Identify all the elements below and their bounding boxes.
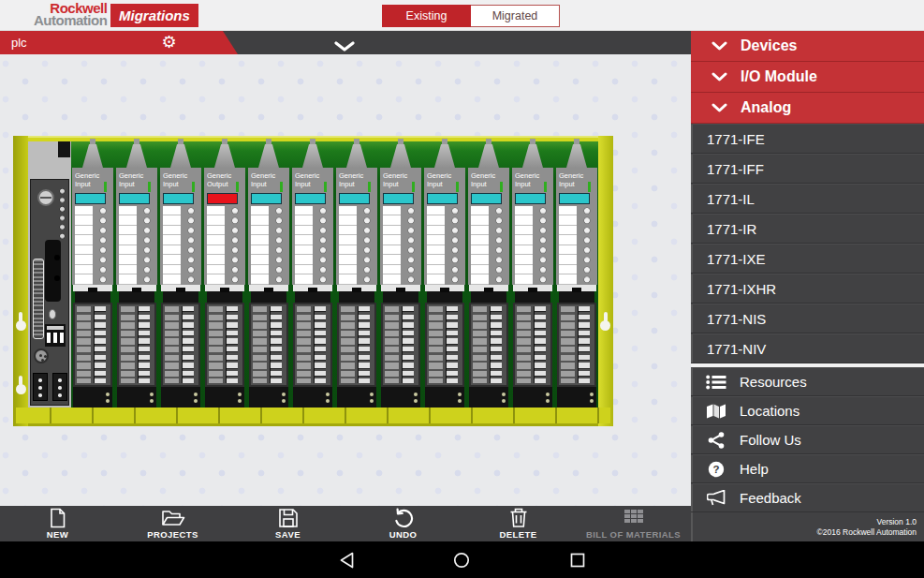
rack-module[interactable]: GenericInput bbox=[72, 141, 113, 408]
plc-rack[interactable]: GenericInput GenericInput GenericInput bbox=[13, 136, 613, 426]
save-button[interactable]: SAVE bbox=[230, 506, 345, 541]
svg-text:?: ? bbox=[712, 464, 719, 475]
module-label: GenericInput bbox=[160, 168, 201, 192]
module-led-block bbox=[292, 206, 333, 285]
rack-module[interactable]: GenericOutput bbox=[204, 141, 245, 408]
module-handle bbox=[160, 141, 201, 168]
rack-controller-module[interactable] bbox=[28, 141, 71, 408]
menu-item-locations[interactable]: Locations bbox=[691, 396, 924, 425]
power-plug bbox=[33, 373, 48, 401]
copyright-label: ©2016 Rockwell Automation bbox=[691, 527, 917, 538]
map-icon bbox=[704, 404, 728, 419]
module-clip bbox=[163, 291, 198, 303]
module-indicator bbox=[468, 192, 509, 206]
chevron-down-icon[interactable] bbox=[333, 38, 356, 55]
module-status-tick bbox=[500, 182, 503, 192]
catalog-item-1771-ixhr[interactable]: 1771-IXHR bbox=[691, 274, 924, 304]
rack-module[interactable]: GenericInput bbox=[380, 141, 421, 408]
new-file-icon bbox=[48, 508, 67, 528]
module-terminal-block bbox=[469, 303, 508, 387]
rack-module[interactable]: GenericInput bbox=[248, 141, 289, 408]
module-led-block bbox=[160, 206, 201, 285]
catalog-item-1771-il[interactable]: 1771-IL bbox=[691, 184, 924, 214]
catalog-item-1771-iff[interactable]: 1771-IFF bbox=[691, 154, 924, 184]
catalog-item-1771-nis[interactable]: 1771-NIS bbox=[691, 304, 924, 333]
module-handle bbox=[512, 141, 553, 168]
module-terminal-block bbox=[293, 303, 332, 387]
rack-module[interactable]: GenericInput bbox=[468, 141, 509, 408]
catalog-item-1771-ife[interactable]: 1771-IFE bbox=[691, 124, 924, 154]
rack-modules: GenericInput GenericInput GenericInput bbox=[71, 141, 598, 408]
accordion-devices[interactable]: Devices bbox=[691, 31, 924, 62]
rack-module[interactable]: GenericInput bbox=[424, 141, 465, 408]
module-terminal-block bbox=[513, 303, 552, 387]
rack-bottom-rail bbox=[16, 408, 610, 423]
home-button[interactable] bbox=[451, 550, 472, 571]
module-clip bbox=[207, 291, 242, 303]
rack-module[interactable]: GenericInput bbox=[512, 141, 553, 408]
save-icon bbox=[278, 508, 299, 528]
rotary-knob bbox=[37, 189, 54, 206]
module-status-tick bbox=[280, 182, 283, 192]
menu-item-help[interactable]: ? Help bbox=[691, 454, 924, 483]
module-led-block bbox=[380, 206, 421, 285]
menu-item-resources[interactable]: Resources bbox=[691, 367, 924, 396]
module-indicator bbox=[116, 192, 157, 206]
undo-button[interactable]: UNDO bbox=[345, 506, 461, 541]
module-terminal-block bbox=[337, 303, 376, 387]
controller-led-column bbox=[59, 187, 66, 242]
module-status-tick bbox=[148, 182, 151, 192]
module-terminal-block bbox=[205, 303, 244, 387]
projects-button[interactable]: PROJECTS bbox=[115, 506, 230, 541]
module-clip bbox=[559, 291, 594, 303]
gear-icon[interactable]: ⚙ bbox=[157, 31, 181, 54]
module-status-tick bbox=[456, 182, 459, 192]
rack-module[interactable]: GenericInput bbox=[116, 141, 157, 408]
bill-of-materials-button: BILL OF MATERIALS bbox=[576, 506, 691, 541]
module-status-tick bbox=[236, 182, 239, 192]
rack-backplane: GenericInput GenericInput GenericInput bbox=[28, 141, 598, 408]
module-label: GenericInput bbox=[116, 168, 157, 192]
rack-module[interactable]: GenericInput bbox=[160, 141, 201, 408]
module-indicator bbox=[556, 192, 597, 206]
module-led-block bbox=[248, 206, 289, 285]
new-button[interactable]: NEW bbox=[0, 506, 115, 541]
grid-table-icon bbox=[623, 508, 644, 528]
chevron-down-icon bbox=[711, 41, 727, 51]
module-status-tick bbox=[368, 182, 371, 192]
module-label: GenericInput bbox=[512, 168, 553, 192]
din-connector bbox=[34, 348, 49, 363]
catalog-item-1771-ixe[interactable]: 1771-IXE bbox=[691, 244, 924, 274]
module-label: GenericInput bbox=[556, 168, 597, 192]
migrated-tab[interactable]: Migrated bbox=[471, 5, 560, 27]
rack-module[interactable]: GenericInput bbox=[292, 141, 333, 408]
design-canvas[interactable]: GenericInput GenericInput GenericInput bbox=[0, 54, 691, 506]
catalog-item-1771-ir[interactable]: 1771-IR bbox=[691, 214, 924, 244]
module-indicator bbox=[336, 192, 377, 206]
existing-tab[interactable]: Existing bbox=[382, 5, 471, 27]
module-led-block bbox=[116, 206, 157, 285]
mounting-keyhole bbox=[16, 312, 26, 333]
plc-tab[interactable]: plc ⚙ bbox=[0, 31, 238, 54]
module-terminal-block bbox=[249, 303, 288, 387]
menu-item-follow-us[interactable]: Follow Us bbox=[691, 425, 924, 454]
delete-button[interactable]: DELETE bbox=[461, 506, 576, 541]
module-clip bbox=[383, 291, 418, 303]
module-clip bbox=[75, 291, 110, 303]
rack-module[interactable]: GenericInput bbox=[336, 141, 377, 408]
menu-item-feedback[interactable]: Feedback bbox=[691, 483, 924, 512]
accordion-io-module[interactable]: I/O Module bbox=[691, 62, 924, 93]
recents-button[interactable] bbox=[567, 550, 588, 571]
back-button[interactable] bbox=[336, 550, 357, 571]
module-terminal-block bbox=[73, 303, 112, 387]
rack-module[interactable]: GenericInput bbox=[556, 141, 597, 408]
version-info: Version 1.0 ©2016 Rockwell Automation bbox=[691, 512, 924, 541]
module-terminal-block bbox=[161, 303, 200, 387]
accordion-analog[interactable]: Analog bbox=[691, 93, 924, 124]
module-terminal-block bbox=[425, 303, 464, 387]
module-indicator bbox=[72, 192, 113, 206]
controller-panel bbox=[30, 179, 69, 406]
module-led-block bbox=[468, 206, 509, 285]
list-icon bbox=[704, 375, 728, 390]
catalog-item-1771-niv[interactable]: 1771-NIV bbox=[691, 333, 924, 363]
